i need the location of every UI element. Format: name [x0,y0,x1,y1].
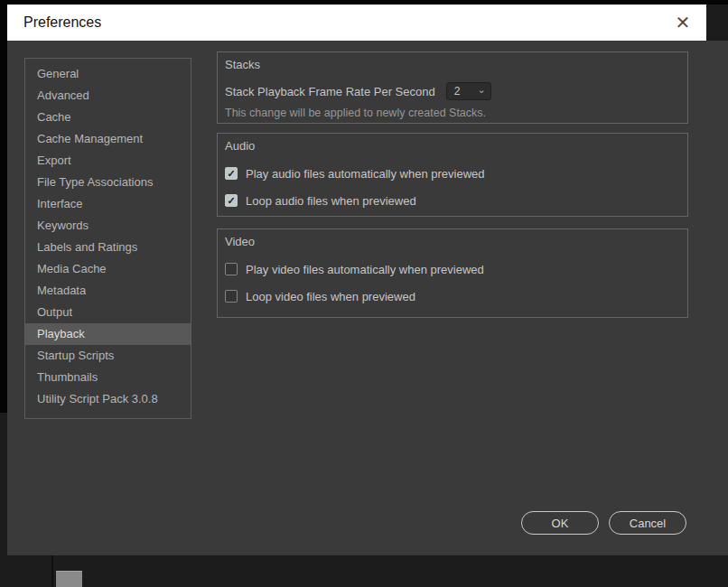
dialog-titlebar: Preferences ✕ [7,5,706,41]
sidebar-item-startup-scripts[interactable]: Startup Scripts [25,345,191,367]
audio-group: Audio ✓Play audio files automatically wh… [217,133,688,217]
dialog-title: Preferences [7,14,101,31]
sidebar-item-general[interactable]: General [25,63,191,85]
checkbox-checked-icon[interactable]: ✓ [225,167,238,180]
video-group-title: Video [225,235,678,248]
checkbox-row[interactable]: Play video files automatically when prev… [225,261,678,277]
checkbox-row[interactable]: Loop video files when previewed [225,288,678,304]
checkbox-label: Loop video files when previewed [246,290,415,303]
sidebar-item-cache[interactable]: Cache [25,107,191,128]
video-group: Video Play video files automatically whe… [217,228,688,318]
cancel-button[interactable]: Cancel [609,511,686,535]
checkbox-label: Play video files automatically when prev… [246,263,484,276]
sidebar-item-file-type-associations[interactable]: File Type Associations [25,172,191,193]
frame-rate-select[interactable]: 2 ⌄ [446,82,491,100]
checkbox-label: Play audio files automatically when prev… [246,167,484,181]
sidebar-item-advanced[interactable]: Advanced [25,85,191,107]
frame-rate-row: Stack Playback Frame Rate Per Second 2 ⌄ [225,82,678,100]
sidebar-item-labels-and-ratings[interactable]: Labels and Ratings [25,237,191,258]
audio-group-title: Audio [225,139,678,153]
frame-rate-label: Stack Playback Frame Rate Per Second [225,85,435,98]
sidebar-item-export[interactable]: Export [25,150,191,172]
checkbox-checked-icon[interactable]: ✓ [225,194,238,207]
checkbox-unchecked-icon[interactable] [225,263,238,275]
sidebar-item-interface[interactable]: Interface [25,193,191,215]
chevron-down-icon: ⌄ [477,85,485,94]
sidebar-item-media-cache[interactable]: Media Cache [25,258,191,280]
sidebar-item-utility-script-pack-3-0-8[interactable]: Utility Script Pack 3.0.8 [25,388,191,410]
audio-options: ✓Play audio files automatically when pre… [225,165,678,209]
sidebar-list: GeneralAdvancedCacheCache ManagementExpo… [24,58,191,419]
sidebar-item-metadata[interactable]: Metadata [25,280,191,302]
stacks-note: This change will be applied to newly cre… [225,107,678,119]
stacks-group: Stacks Stack Playback Frame Rate Per Sec… [217,51,688,124]
checkbox-unchecked-icon[interactable] [225,290,238,303]
video-options: Play video files automatically when prev… [225,261,678,304]
sidebar-item-keywords[interactable]: Keywords [25,215,191,237]
checkbox-row[interactable]: ✓Play audio files automatically when pre… [225,165,678,182]
background-artifact [56,571,82,587]
ok-button[interactable]: OK [521,511,599,535]
sidebar-item-cache-management[interactable]: Cache Management [25,128,191,150]
close-icon[interactable]: ✕ [670,10,695,35]
checkbox-row[interactable]: ✓Loop audio files when previewed [225,192,678,209]
frame-rate-value: 2 [454,85,461,98]
background-left-strip [0,5,7,413]
checkbox-label: Loop audio files when previewed [246,194,416,208]
sidebar-item-thumbnails[interactable]: Thumbnails [25,367,191,388]
sidebar-item-output[interactable]: Output [25,302,191,323]
dialog-body: GeneralAdvancedCacheCache ManagementExpo… [7,41,728,555]
sidebar-item-playback[interactable]: Playback [25,323,191,345]
background-divider [51,555,53,587]
preferences-dialog: Preferences ✕ GeneralAdvancedCacheCache … [0,0,728,587]
stacks-group-title: Stacks [225,58,678,71]
